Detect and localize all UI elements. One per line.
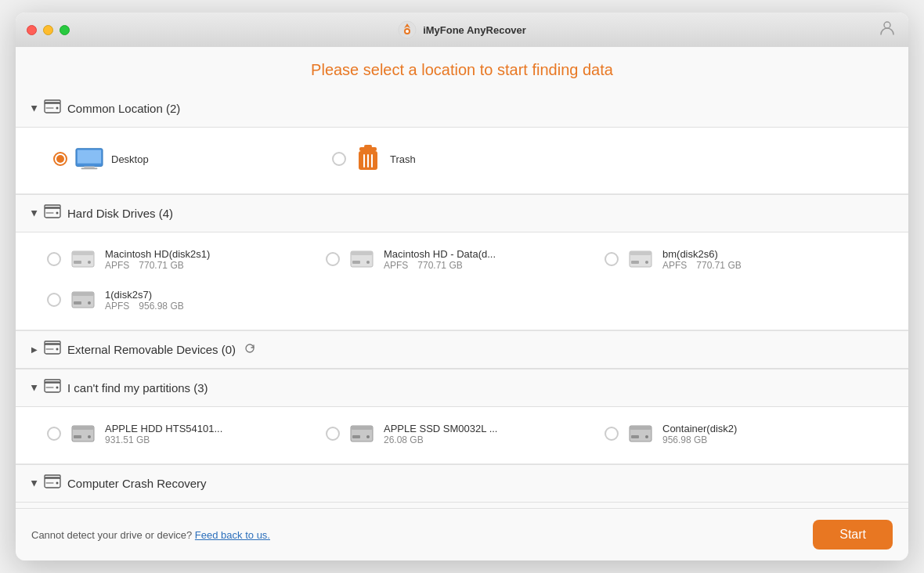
radio-disk4[interactable] xyxy=(47,293,61,307)
scroll-area[interactable]: ▶ Common Location (2) xyxy=(16,90,908,508)
radio-desktop[interactable] xyxy=(53,152,67,166)
footer: Cannot detect your drive or device? Feed… xyxy=(16,508,908,560)
location-item-trash[interactable]: Trash xyxy=(326,140,598,178)
close-button[interactable] xyxy=(27,25,37,35)
svg-rect-35 xyxy=(72,292,94,296)
svg-rect-19 xyxy=(45,205,60,208)
section-title-hdd: Hard Disk Drives (4) xyxy=(67,207,173,220)
section-header-crash-recovery[interactable]: ▶ Computer Crash Recovery xyxy=(16,464,908,503)
radio-trash[interactable] xyxy=(332,152,346,166)
part1-name: APPLE HDD HTS54101... xyxy=(105,423,222,434)
main-content: Please select a location to start findin… xyxy=(16,47,908,508)
disk4-info: 1(disk2s7) APFS 956.98 GB xyxy=(105,289,184,312)
svg-rect-23 xyxy=(72,251,94,255)
trash-info: Trash xyxy=(390,153,416,165)
disk-item-1[interactable]: Macintosh HD(disk2s1) APFS 770.71 GB xyxy=(47,245,319,273)
disk4-fs: APFS xyxy=(105,301,129,312)
section-header-external[interactable]: ▶ External Removable Devices (0) xyxy=(16,330,908,369)
svg-rect-32 xyxy=(631,261,639,264)
section-content-common-location: Desktop xyxy=(16,128,908,194)
user-profile-icon xyxy=(879,19,896,36)
desktop-label: Desktop xyxy=(111,153,149,165)
svg-point-37 xyxy=(88,301,91,305)
footer-link[interactable]: Feed back to us. xyxy=(195,529,270,541)
svg-point-53 xyxy=(366,435,370,438)
svg-rect-48 xyxy=(74,435,81,438)
radio-part1[interactable] xyxy=(47,427,61,441)
maximize-button[interactable] xyxy=(60,25,70,35)
disk1-icon xyxy=(69,245,97,273)
disk2-fs: APFS xyxy=(384,260,408,271)
minimize-button[interactable] xyxy=(43,25,53,35)
part3-meta: 956.98 GB xyxy=(662,434,737,445)
section-header-common-location[interactable]: ▶ Common Location (2) xyxy=(16,90,908,128)
disk2-size: 770.71 GB xyxy=(417,260,462,271)
window-controls xyxy=(27,25,70,35)
page-title: Please select a location to start findin… xyxy=(16,47,908,90)
part2-icon xyxy=(348,420,376,448)
disk4-name: 1(disk2s7) xyxy=(105,289,184,301)
trash-label: Trash xyxy=(390,153,416,165)
svg-point-3 xyxy=(884,22,890,28)
disk-item-3[interactable]: bm(disk2s6) APFS 770.71 GB xyxy=(605,245,877,273)
disk1-meta: APFS 770.71 GB xyxy=(105,260,210,271)
desktop-info: Desktop xyxy=(111,153,149,165)
disk1-icon-wrap xyxy=(69,245,97,273)
hdd-grid: Macintosh HD(disk2s1) APFS 770.71 GB xyxy=(47,245,877,314)
part2-meta: 26.08 GB xyxy=(384,434,497,445)
start-button[interactable]: Start xyxy=(813,520,893,550)
location-item-desktop[interactable]: Desktop xyxy=(47,140,319,178)
svg-point-57 xyxy=(645,435,648,438)
section-header-partitions[interactable]: ▶ I can't find my partitions (3) xyxy=(16,369,908,407)
footer-static-text: Cannot detect your drive or device? xyxy=(31,529,192,541)
svg-rect-27 xyxy=(351,251,373,255)
disk-item-2[interactable]: Macintosh HD - Data(d... APFS 770.71 GB xyxy=(326,245,598,273)
radio-disk2[interactable] xyxy=(326,252,340,266)
svg-rect-52 xyxy=(352,435,360,438)
external-section-icon xyxy=(44,341,61,359)
svg-rect-47 xyxy=(72,426,94,430)
part1-meta: 931.51 GB xyxy=(105,434,222,445)
trash-icon-container xyxy=(354,145,382,173)
partition-item-2[interactable]: APPLE SSD SM0032L ... 26.08 GB xyxy=(326,420,598,448)
partition-item-1[interactable]: APPLE HDD HTS54101... 931.51 GB xyxy=(47,420,319,448)
radio-disk3[interactable] xyxy=(605,252,619,266)
radio-part3[interactable] xyxy=(605,427,619,441)
svg-rect-56 xyxy=(631,435,639,438)
disk2-icon xyxy=(348,245,376,273)
part2-name: APPLE SSD SM0032L ... xyxy=(384,423,497,434)
part1-icon xyxy=(69,420,97,448)
chevron-icon-partitions: ▶ xyxy=(31,385,39,391)
svg-point-49 xyxy=(88,435,91,438)
svg-point-29 xyxy=(366,261,370,264)
section-content-hdd: Macintosh HD(disk2s1) APFS 770.71 GB xyxy=(16,232,908,330)
disk1-info: Macintosh HD(disk2s1) APFS 770.71 GB xyxy=(105,248,210,271)
svg-point-20 xyxy=(56,212,59,214)
hdd-section-icon xyxy=(44,204,61,222)
svg-point-44 xyxy=(56,387,59,389)
part1-info: APPLE HDD HTS54101... 931.51 GB xyxy=(105,423,222,445)
part2-info: APPLE SSD SM0032L ... 26.08 GB xyxy=(384,423,497,445)
part3-icon-wrap xyxy=(626,420,655,448)
app-icon xyxy=(398,20,417,39)
svg-rect-28 xyxy=(352,261,360,264)
app-title-text: iMyFone AnyRecover xyxy=(423,24,526,36)
user-icon[interactable] xyxy=(879,19,896,41)
section-header-hdd[interactable]: ▶ Hard Disk Drives (4) xyxy=(16,194,908,232)
partitions-grid: APPLE HDD HTS54101... 931.51 GB xyxy=(47,420,877,448)
partition-item-3[interactable]: Container(disk2) 956.98 GB xyxy=(605,420,877,448)
refresh-icon[interactable] xyxy=(244,342,256,357)
part3-info: Container(disk2) 956.98 GB xyxy=(662,423,737,445)
radio-part2[interactable] xyxy=(326,427,340,441)
radio-disk1[interactable] xyxy=(47,252,61,266)
svg-rect-11 xyxy=(81,168,98,169)
disk1-size: 770.71 GB xyxy=(139,260,183,271)
common-location-grid: Desktop xyxy=(47,140,877,178)
part2-icon-wrap xyxy=(348,420,376,448)
svg-point-40 xyxy=(56,348,59,351)
svg-rect-39 xyxy=(45,341,60,344)
svg-rect-51 xyxy=(351,426,373,430)
chevron-icon-hdd: ▶ xyxy=(31,211,39,217)
disk2-icon-wrap xyxy=(348,245,376,273)
disk-item-4[interactable]: 1(disk2s7) APFS 956.98 GB xyxy=(47,286,319,314)
